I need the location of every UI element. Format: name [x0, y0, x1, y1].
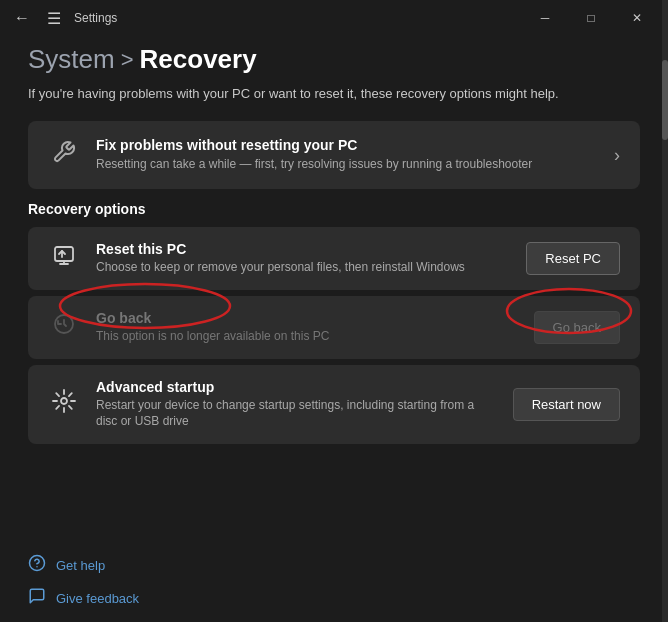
reset-pc-subtitle: Choose to keep or remove your personal f…: [96, 259, 510, 276]
footer: Get help Give feedback: [28, 554, 139, 610]
give-feedback-link[interactable]: Give feedback: [28, 587, 139, 610]
svg-point-5: [61, 398, 67, 404]
scrollbar-thumb: [662, 60, 668, 140]
window-title: Settings: [68, 11, 522, 25]
reset-pc-text: Reset this PC Choose to keep or remove y…: [96, 241, 510, 276]
get-help-icon: [28, 554, 46, 577]
advanced-startup-subtitle: Restart your device to change startup se…: [96, 397, 497, 431]
fix-card-text: Fix problems without resetting your PC R…: [96, 137, 598, 173]
reset-pc-row: Reset this PC Choose to keep or remove y…: [28, 227, 640, 290]
close-button[interactable]: ✕: [614, 0, 660, 36]
breadcrumb-system[interactable]: System: [28, 44, 115, 75]
go-back-icon: [48, 312, 80, 342]
advanced-startup-icon: [48, 389, 80, 419]
menu-button[interactable]: ☰: [40, 4, 68, 32]
go-back-row: Go back This option is no longer availab…: [28, 296, 640, 359]
give-feedback-icon: [28, 587, 46, 610]
get-help-label: Get help: [56, 558, 105, 573]
breadcrumb-current: Recovery: [140, 44, 257, 75]
go-back-title: Go back: [96, 310, 518, 326]
fix-card-title: Fix problems without resetting your PC: [96, 137, 598, 153]
fix-problems-card[interactable]: Fix problems without resetting your PC R…: [28, 121, 640, 189]
get-help-link[interactable]: Get help: [28, 554, 139, 577]
reset-pc-icon: [48, 243, 80, 273]
go-back-button[interactable]: Go back: [534, 311, 620, 344]
restart-now-button[interactable]: Restart now: [513, 388, 620, 421]
minimize-button[interactable]: ─: [522, 0, 568, 36]
go-back-text: Go back This option is no longer availab…: [96, 310, 518, 345]
main-content: System > Recovery If you're having probl…: [0, 36, 668, 444]
breadcrumb-separator: >: [121, 47, 134, 73]
go-back-subtitle: This option is no longer available on th…: [96, 328, 518, 345]
recovery-options-heading: Recovery options: [28, 201, 640, 217]
advanced-startup-title: Advanced startup: [96, 379, 497, 395]
reset-pc-title: Reset this PC: [96, 241, 510, 257]
give-feedback-label: Give feedback: [56, 591, 139, 606]
breadcrumb: System > Recovery: [28, 44, 640, 75]
fix-icon: [48, 140, 80, 170]
advanced-startup-text: Advanced startup Restart your device to …: [96, 379, 497, 431]
window-controls: ─ □ ✕: [522, 0, 660, 36]
fix-card-subtitle: Resetting can take a while — first, try …: [96, 156, 598, 173]
fix-card-arrow: ›: [614, 145, 620, 166]
scrollbar[interactable]: [662, 0, 668, 622]
reset-pc-button[interactable]: Reset PC: [526, 242, 620, 275]
page-description: If you're having problems with your PC o…: [28, 85, 640, 103]
back-button[interactable]: ←: [8, 4, 36, 32]
maximize-button[interactable]: □: [568, 0, 614, 36]
title-bar: ← ☰ Settings ─ □ ✕: [0, 0, 668, 36]
advanced-startup-row: Advanced startup Restart your device to …: [28, 365, 640, 445]
nav-buttons: ← ☰: [8, 4, 68, 32]
